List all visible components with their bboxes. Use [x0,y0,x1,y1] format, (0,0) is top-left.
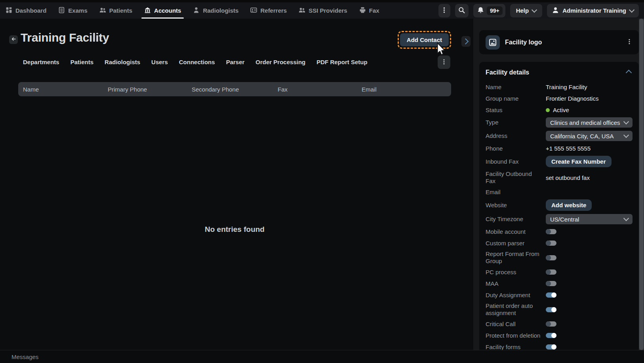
facility-details-rows: Name Training Facility Group name Fronti… [486,83,633,350]
facility-logo-kebab-button[interactable] [624,36,635,48]
facility-logo-card: Facility logo [479,30,639,54]
scrollbar-thumb[interactable] [639,19,644,350]
main-content: Training Facility Add Contact Department… [0,19,473,350]
notifications-button[interactable]: 99+ [473,4,505,17]
toggle-patient-order-auto-assignment[interactable] [546,307,556,312]
detail-row-facility-forms: Facility forms [486,343,633,350]
nav-item-ssi-providers[interactable]: SSI Providers [299,2,347,19]
add-contact-button[interactable]: Add Contact [400,33,449,46]
detail-label: PC process [486,269,546,276]
bell-icon [477,7,484,15]
detail-label: Inbound Fax [486,158,546,165]
nav-item-radiologists[interactable]: Radiologists [193,2,238,19]
tab-users[interactable]: Users [151,59,168,65]
column-header-fax: Fax [278,86,362,93]
nav-item-patients[interactable]: Patients [99,2,132,19]
facility-outbound-fax-value[interactable]: set outbound fax [546,174,590,181]
detail-label: Facility Outbound Fax [486,170,546,185]
scrollbar[interactable] [639,19,644,350]
messages-panel-toggle[interactable]: Messages [11,353,38,360]
detail-label: Report Format From Group [486,250,546,265]
detail-label: Facility forms [486,344,546,350]
detail-row-group-name: Group name Frontier Diagnostics [486,94,633,103]
notification-count-badge: 99+ [487,6,503,15]
toggle-facility-forms[interactable] [546,344,556,350]
detail-row-critical-call: Critical Call [486,320,633,328]
detail-label: Phone [486,145,546,152]
detail-label: Address [486,132,546,139]
user-menu-button[interactable]: Administrator Training [547,4,639,17]
nav-item-label: Dashboard [15,7,46,14]
city-timezone-select[interactable]: US/Central [546,214,633,224]
nav-item-dashboard[interactable]: Dashboard [6,2,46,19]
nav-item-label: Radiologists [203,7,238,14]
nav-item-label: Exams [68,7,87,14]
facility-tabs: DepartmentsPatientsRadiologistsUsersConn… [23,59,368,65]
tabs-overflow-kebab-button[interactable] [438,55,450,69]
add-contact-focus-ring: Add Contact [398,31,451,49]
kebab-icon [441,59,447,66]
detail-row-city-timezone: City Timezone US/Central [486,214,633,224]
column-header-secondary-phone: Secondary Phone [192,86,278,93]
toggle-report-format-from-group[interactable] [546,255,556,260]
toggle-maa[interactable] [546,281,556,286]
contacts-table-header: NamePrimary PhoneSecondary PhoneFaxEmail [18,82,451,96]
nav-item-accounts[interactable]: Accounts [144,2,181,19]
detail-label: MAA [486,280,546,287]
address-select[interactable]: California City, CA, USA [546,131,633,141]
search-button[interactable] [455,4,469,17]
user-name-label: Administrator Training [562,7,626,14]
chevron-down-icon [623,132,629,138]
add-website-button[interactable]: Add website [546,199,592,211]
name-value: Training Facility [546,84,587,90]
accounts-icon [144,7,151,15]
create-fax-number-button[interactable]: Create Fax Number [546,156,612,167]
nav-item-referrers[interactable]: Referrers [250,2,287,19]
toggle-mobile-account[interactable] [546,229,556,234]
chevron-down-icon [623,216,629,221]
tab-patients[interactable]: Patients [70,59,93,65]
detail-row-email: Email [486,188,633,196]
toggle-critical-call[interactable] [546,321,556,327]
back-button[interactable] [9,35,18,44]
tab-pdf-report-setup[interactable]: PDF Report Setup [316,59,367,65]
detail-row-address: Address California City, CA, USA [486,131,633,141]
toggle-pc-process[interactable] [546,269,556,275]
tab-radiologists[interactable]: Radiologists [105,59,140,65]
topbar-kebab-menu-button[interactable] [438,4,450,17]
kebab-icon [441,7,448,15]
tab-connections[interactable]: Connections [179,59,215,65]
detail-row-patient-order-auto-assignment: Patient order auto assignment [486,302,633,317]
tab-parser[interactable]: Parser [226,59,245,65]
detail-label: Website [486,202,546,209]
help-dropdown-button[interactable]: Help [510,4,543,17]
type-select[interactable]: Clinics and medical offices [546,117,633,128]
status-bar: Messages [0,350,644,363]
detail-row-website: Website Add website [486,199,633,211]
nav-item-exams[interactable]: Exams [58,2,87,19]
collapse-sidebar-button[interactable] [461,36,471,47]
patients-icon [99,7,106,15]
detail-label: Name [486,84,546,91]
kebab-icon [626,38,633,46]
chevron-up-icon [626,70,632,76]
column-header-email: Email [362,86,451,93]
detail-row-maa: MAA [486,279,633,288]
detail-row-report-format-from-group: Report Format From Group [486,250,633,265]
person-icon [552,7,559,15]
detail-row-pc-process: PC process [486,268,633,276]
nav-item-fax[interactable]: Fax [359,2,379,19]
toggle-duty-assignment[interactable] [546,292,556,298]
detail-label: Custom parser [486,240,546,247]
chevron-right-icon [463,38,469,45]
status-badge: Active [546,107,569,113]
app-screen: Dashboard Exams Patients Accounts Radiol… [0,0,644,363]
collapse-details-button[interactable] [625,68,633,77]
tab-order-processing[interactable]: Order Processing [255,59,305,65]
facility-sidebar: Facility logo Facility details Name Trai… [473,19,644,350]
detail-label: Email [486,189,546,196]
detail-row-inbound-fax: Inbound Fax Create Fax Number [486,156,633,167]
toggle-custom-parser[interactable] [546,241,556,246]
tab-departments[interactable]: Departments [23,59,59,65]
toggle-protect-from-deletion[interactable] [546,333,556,338]
